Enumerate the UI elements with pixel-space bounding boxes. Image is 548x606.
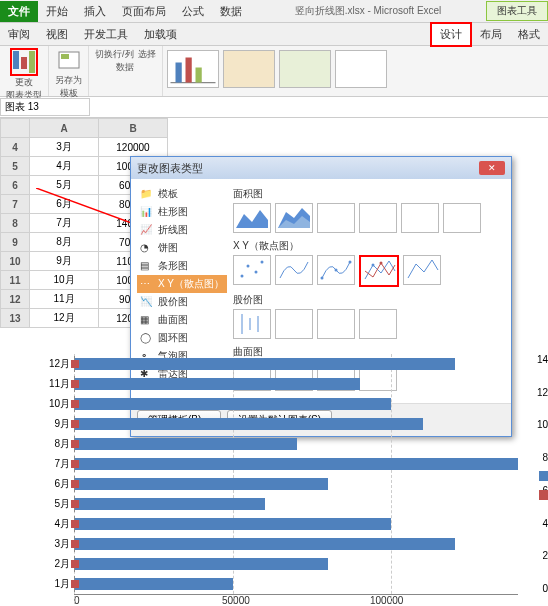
chart-bar	[75, 578, 233, 590]
cell[interactable]: 4月	[30, 157, 99, 176]
category-item[interactable]: 📉股价图	[137, 293, 227, 311]
legend-swatch-marker	[539, 490, 548, 500]
dialog-titlebar[interactable]: 更改图表类型 ✕	[131, 157, 511, 179]
style-thumb[interactable]	[279, 50, 331, 88]
svg-rect-1	[61, 54, 69, 59]
tab-pagelayout[interactable]: 页面布局	[114, 1, 174, 22]
stock-thumb[interactable]	[275, 309, 313, 339]
area-chart-thumb[interactable]	[233, 203, 271, 233]
cell[interactable]: 120000	[99, 138, 168, 157]
tab-insert[interactable]: 插入	[76, 1, 114, 22]
cell[interactable]: 6月	[30, 195, 99, 214]
select-all[interactable]	[1, 119, 30, 138]
tab-data[interactable]: 数据	[212, 1, 250, 22]
area-chart-thumb[interactable]	[443, 203, 481, 233]
tab-view[interactable]: 视图	[38, 24, 76, 45]
stock-thumb[interactable]	[359, 309, 397, 339]
switch-rowcol-button[interactable]: 切换行/列	[95, 48, 134, 61]
category-label: 圆环图	[158, 331, 188, 345]
change-chart-type-button[interactable]	[10, 48, 38, 76]
y2-tick: 14	[537, 354, 548, 365]
chart-bar-row: 1月	[30, 574, 518, 594]
tab-developer[interactable]: 开发工具	[76, 24, 136, 45]
category-item[interactable]: 📊柱形图	[137, 203, 227, 221]
cell[interactable]: 7月	[30, 214, 99, 233]
cell[interactable]: 3月	[30, 138, 99, 157]
area-chart-thumb[interactable]	[359, 203, 397, 233]
col-header-b[interactable]: B	[99, 119, 168, 138]
chart-bar	[75, 438, 297, 450]
tab-layout[interactable]: 布局	[472, 24, 510, 45]
select-data-button[interactable]: 选择	[138, 48, 156, 61]
row-header[interactable]: 8	[1, 214, 30, 233]
row-header[interactable]: 6	[1, 176, 30, 195]
tab-design[interactable]: 设计	[430, 22, 472, 47]
row-header[interactable]: 4	[1, 138, 30, 157]
scatter-thumb[interactable]	[275, 255, 313, 285]
svg-point-12	[349, 261, 352, 264]
chart-legend: 业务额 辅助列	[539, 464, 548, 506]
category-item[interactable]: 📈折线图	[137, 221, 227, 239]
category-item[interactable]: ◯圆环图	[137, 329, 227, 347]
group-type: 更改 图表类型	[0, 46, 49, 96]
svg-rect-2	[175, 63, 181, 83]
tab-format[interactable]: 格式	[510, 24, 548, 45]
cell[interactable]: 5月	[30, 176, 99, 195]
cell[interactable]: 12月	[30, 309, 99, 328]
row-header[interactable]: 7	[1, 195, 30, 214]
tab-home[interactable]: 开始	[38, 1, 76, 22]
row-header[interactable]: 10	[1, 252, 30, 271]
chart-category-label: 4月	[30, 517, 74, 531]
category-item[interactable]: ◔饼图	[137, 239, 227, 257]
cell[interactable]: 9月	[30, 252, 99, 271]
cell[interactable]: 11月	[30, 290, 99, 309]
category-icon: 📉	[140, 296, 154, 308]
tab-review[interactable]: 审阅	[0, 24, 38, 45]
dialog-title-text: 更改图表类型	[137, 161, 203, 176]
chart-bar	[75, 478, 328, 490]
chart-marker	[71, 480, 79, 488]
row-header[interactable]: 11	[1, 271, 30, 290]
style-thumb[interactable]	[223, 50, 275, 88]
scatter-thumb[interactable]	[233, 255, 271, 285]
style-thumb[interactable]	[335, 50, 387, 88]
category-item[interactable]: ▦曲面图	[137, 311, 227, 329]
category-item[interactable]: ⋯X Y（散点图）	[137, 275, 227, 293]
chart-category-label: 12月	[30, 357, 74, 371]
scatter-thumb[interactable]	[317, 255, 355, 285]
embedded-chart[interactable]: 12月11月10月9月8月7月6月5月4月3月2月1月 050000100000…	[30, 354, 518, 606]
chart-marker	[71, 520, 79, 528]
chart-tools-context: 图表工具	[486, 1, 548, 21]
template-icon[interactable]	[57, 48, 81, 72]
scatter-thumb[interactable]	[403, 255, 441, 285]
svg-point-6	[241, 275, 244, 278]
cell[interactable]: 10月	[30, 271, 99, 290]
tab-addins[interactable]: 加载项	[136, 24, 185, 45]
stock-thumb[interactable]	[233, 309, 271, 339]
category-item[interactable]: 📁模板	[137, 185, 227, 203]
area-chart-thumb[interactable]	[275, 203, 313, 233]
x-tick: 50000	[222, 595, 370, 606]
name-box-input[interactable]	[0, 98, 90, 116]
category-label: 模板	[158, 187, 178, 201]
category-item[interactable]: ▤条形图	[137, 257, 227, 275]
stock-thumb[interactable]	[317, 309, 355, 339]
style-thumb[interactable]	[167, 50, 219, 88]
area-chart-thumb[interactable]	[317, 203, 355, 233]
col-header-a[interactable]: A	[30, 119, 99, 138]
chart-marker	[71, 460, 79, 468]
chart-marker	[71, 360, 79, 368]
scatter-straight-markers-thumb[interactable]	[359, 255, 399, 287]
row-header[interactable]: 12	[1, 290, 30, 309]
category-label: 柱形图	[158, 205, 188, 219]
tab-file[interactable]: 文件	[0, 1, 38, 22]
cell[interactable]: 8月	[30, 233, 99, 252]
area-chart-thumb[interactable]	[401, 203, 439, 233]
y2-tick: 4	[537, 518, 548, 529]
chart-bar	[75, 358, 455, 370]
close-icon[interactable]: ✕	[479, 161, 505, 175]
row-header[interactable]: 5	[1, 157, 30, 176]
row-header[interactable]: 13	[1, 309, 30, 328]
tab-formulas[interactable]: 公式	[174, 1, 212, 22]
row-header[interactable]: 9	[1, 233, 30, 252]
